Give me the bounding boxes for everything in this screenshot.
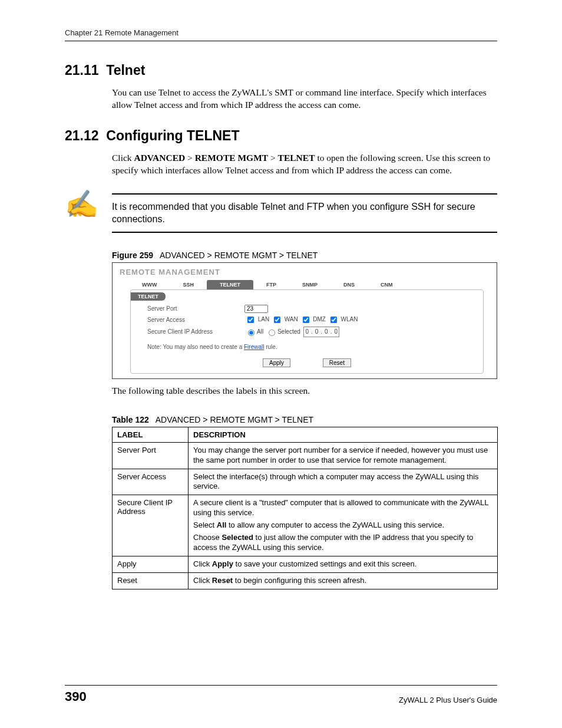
checkbox-label-lan: LAN [256,316,271,322]
cell-label: Reset [113,572,189,589]
cell-description: Click Reset to begin configuring this sc… [189,572,498,589]
radio-selected-label: Selected [277,328,300,335]
section-paragraph: Click ADVANCED > REMOTE MGMT > TELNET to… [112,152,497,177]
tab-snmp[interactable]: SNMP [289,280,330,289]
section-num: 21.11 [65,62,99,78]
row-server-access: Server Access LAN WAN DMZ WLAN [131,314,483,326]
row-server-port: Server Port [131,304,483,314]
radio-all[interactable] [248,330,254,336]
cell-description: A secure client is a "trusted" computer … [189,495,498,556]
ip-octet-2[interactable]: 0 [315,328,319,335]
table-row: ResetClick Reset to begin configuring th… [113,572,498,589]
section-num: 21.12 [65,128,99,143]
figure-caption: Figure 259 ADVANCED > REMOTE MGMT > TELN… [112,251,497,260]
radio-selected[interactable] [269,330,275,336]
section-heading-telnet: 21.11 Telnet [65,62,497,78]
ip-octet-4[interactable]: 0 [334,328,338,335]
section-heading-config-telnet: 21.12 Configuring TELNET [65,128,497,144]
apply-button[interactable]: Apply [263,358,290,367]
tab-telnet[interactable]: TELNET [207,280,253,289]
figure-label: Figure 259 [112,251,153,260]
label-server-port: Server Port [147,305,244,312]
guide-title: ZyWALL 2 Plus User's Guide [399,696,497,704]
th-label: LABEL [113,427,189,442]
th-description: DESCRIPTION [189,427,498,442]
cell-label: Secure Client IP Address [113,495,189,556]
text: rule. [264,344,277,350]
table-label: Table 122 [112,415,149,424]
checkbox-label-dmz: DMZ [312,316,328,322]
input-server-port[interactable] [244,305,268,313]
checkbox-wan[interactable] [274,317,280,323]
section-paragraph: You can use Telnet to access the ZyWALL'… [112,87,497,111]
checkbox-dmz[interactable] [303,317,309,323]
checkbox-label-wlan: WLAN [339,316,358,322]
description-table: LABEL DESCRIPTION Server PortYou may cha… [112,427,498,589]
checkbox-label-wan: WAN [283,316,300,322]
cell-label: Server Port [113,442,189,469]
ui-app-title: REMOTE MANAGEMENT [120,268,492,276]
note-text: It is recommended that you disable Telne… [112,193,497,233]
ui-tabbar: WWWSSHTELNETFTPSNMPDNSCNM [129,280,492,289]
ip-octet-3[interactable]: 0 [325,328,328,335]
ui-panel: TELNET Server Port Server Access LAN WAN… [130,289,484,374]
cell-label: Apply [113,556,189,572]
ui-note-line: Note: You may also need to create a Fire… [131,338,483,353]
ip-input-group: 0. 0. 0. 0 [303,327,339,337]
running-header: Chapter 21 Remote Management [65,28,497,41]
table-row: Server PortYou may change the server por… [113,442,498,469]
radio-all-label: All [257,328,263,335]
table-row: Secure Client IP AddressA secure client … [113,495,498,556]
tab-cnm[interactable]: CNM [368,280,406,289]
text: Note: You may also need to create a [147,344,244,350]
table-row: Server AccessSelect the interface(s) thr… [113,469,498,495]
table-caption-text: ADVANCED > REMOTE MGMT > TELNET [156,415,313,424]
section-title: Telnet [106,62,145,78]
ip-octet-1[interactable]: 0 [305,328,309,335]
checkbox-lan[interactable] [247,317,254,323]
cell-description: You may change the server port number fo… [189,442,498,469]
label-server-access: Server Access [147,317,244,323]
cell-label: Server Access [113,469,189,495]
post-figure-paragraph: The following table describes the labels… [112,385,497,397]
cell-description: Select the interface(s) through which a … [189,469,498,495]
breadcrumb-remote-mgmt: REMOTE MGMT [195,153,268,163]
tab-dns[interactable]: DNS [330,280,368,289]
table-row: ApplyClick Apply to save your customized… [113,556,498,572]
figure-caption-text: ADVANCED > REMOTE MGMT > TELNET [160,251,318,260]
tab-ssh[interactable]: SSH [170,280,207,289]
reset-button[interactable]: Reset [323,358,351,367]
tab-www[interactable]: WWW [129,280,170,289]
row-secure-ip: Secure Client IP Address All Selected 0.… [131,326,483,338]
breadcrumb-telnet: TELNET [278,153,315,163]
checkbox-wlan[interactable] [330,317,337,323]
page-number: 390 [65,689,87,704]
ui-screenshot: REMOTE MANAGEMENT WWWSSHTELNETFTPSNMPDNS… [112,262,497,379]
text: > [268,153,278,163]
text: > [185,153,195,163]
note-icon: ✍ [65,191,98,218]
breadcrumb-advanced: ADVANCED [134,153,185,163]
ui-section-tag: TELNET [131,292,166,301]
table-caption: Table 122 ADVANCED > REMOTE MGMT > TELNE… [112,415,497,424]
section-title: Configuring TELNET [106,128,239,143]
text: Click [112,153,134,163]
label-secure-ip: Secure Client IP Address [147,328,244,335]
firewall-link[interactable]: Firewall [244,344,264,350]
cell-description: Click Apply to save your customized sett… [189,556,498,572]
tab-ftp[interactable]: FTP [253,280,289,289]
